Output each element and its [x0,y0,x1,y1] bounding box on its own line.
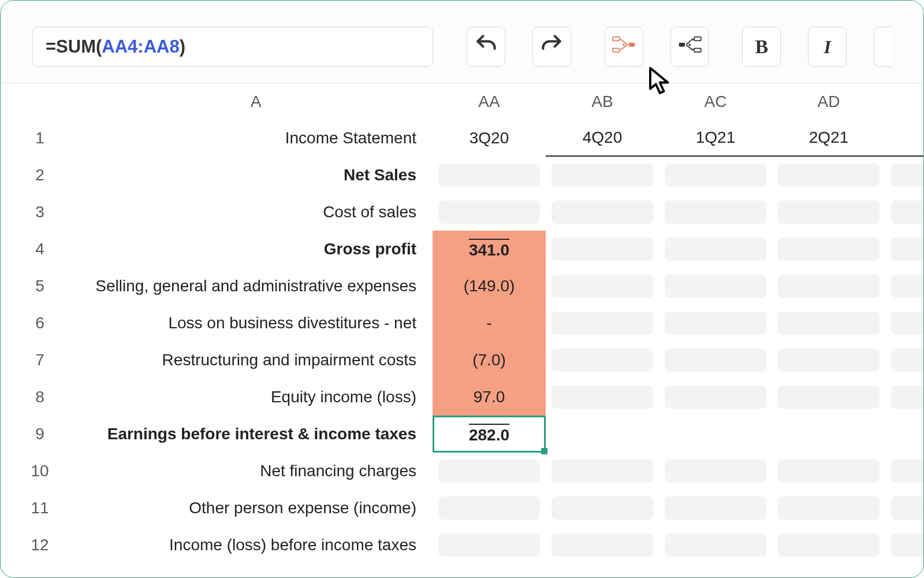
cell-ae7[interactable] [891,349,924,372]
grid-corner[interactable] [1,84,79,120]
row-header[interactable]: 2 [1,157,79,194]
italic-button[interactable]: I [808,27,847,67]
cell-a7[interactable]: Restructuring and impairment costs [79,342,433,379]
cell-ac7[interactable] [665,349,766,372]
cell-ad10[interactable] [778,460,880,483]
cell-a11[interactable]: Other person expense (income) [79,490,433,527]
cell-ae8[interactable] [891,386,924,409]
cell-ac5[interactable] [665,275,766,298]
cell-ae3[interactable] [891,201,924,224]
cell-a12[interactable]: Income (loss) before income taxes [79,527,433,564]
cell-aa7[interactable]: (7.0) [433,342,546,379]
row-header[interactable]: 9 [1,416,79,453]
bold-button[interactable]: B [742,27,781,67]
row-header[interactable]: 6 [1,305,79,342]
cell-ad12[interactable] [778,533,880,557]
formula-bar[interactable]: = SUM ( AA4:AA8 ) [32,27,433,67]
cell-a8[interactable]: Equity income (loss) [79,379,433,416]
cell-ad6[interactable] [778,312,880,335]
col-header-ab[interactable]: AB [546,84,659,120]
col-header-ad[interactable]: AD [772,84,885,120]
cell-a6[interactable]: Loss on business divestitures - net [79,305,433,342]
cell-a3[interactable]: Cost of sales [79,194,433,231]
cell-aa11[interactable] [438,497,540,520]
cell-ac2[interactable] [665,164,766,187]
cell-ac11[interactable] [665,497,766,520]
cell-a5[interactable]: Selling, general and administrative expe… [79,268,433,305]
cell-ae2[interactable] [891,164,924,187]
row-header[interactable]: 7 [1,342,79,379]
col-header-ae[interactable] [885,84,924,120]
cell-ac12[interactable] [665,533,766,557]
spreadsheet-grid[interactable]: A AA AB AC AD 1 Income Statement 3Q20 4Q… [1,84,923,564]
cell-ad7[interactable] [778,349,880,372]
cell-ae10[interactable] [891,460,924,483]
row-header[interactable]: 1 [1,120,79,157]
cell-ab2[interactable] [552,164,653,187]
cell-ae1[interactable] [885,120,924,157]
row-header[interactable]: 12 [1,527,79,564]
cell-aa9-selected[interactable]: 282.0 [433,416,546,453]
cell-ad4[interactable] [778,238,880,261]
cell-ab10[interactable] [552,460,653,483]
cell-a2[interactable]: Net Sales [79,157,433,194]
cell-ab9[interactable] [546,416,659,453]
cell-aa1[interactable]: 3Q20 [433,120,546,157]
cell-ab6[interactable] [552,312,653,335]
cell-aa12[interactable] [438,533,540,557]
cell-a1[interactable]: Income Statement [79,120,433,157]
cell-aa4[interactable]: 341.0 [433,231,546,268]
cell-ac9[interactable] [659,416,772,453]
undo-button[interactable] [467,27,505,67]
cell-a10[interactable]: Net financing charges [79,453,433,490]
cell-a9[interactable]: Earnings before interest & income taxes [79,416,433,453]
cell-ad9[interactable] [772,416,885,453]
row-header[interactable]: 3 [1,194,79,231]
cell-a4[interactable]: Gross profit [79,231,433,268]
cell-ab3[interactable] [552,201,653,224]
cell-ae4[interactable] [891,238,924,261]
cell-ae9[interactable] [885,416,924,453]
cell-aa10[interactable] [438,460,540,483]
row-header[interactable]: 10 [1,453,79,490]
cell-ab1[interactable]: 4Q20 [546,120,659,157]
cell-ac10[interactable] [665,460,766,483]
row-header[interactable]: 4 [1,231,79,268]
cell-ab5[interactable] [552,275,653,298]
cell-aa5[interactable]: (149.0) [433,268,546,305]
cell-ab8[interactable] [552,386,653,409]
cell-ae6[interactable] [891,312,924,335]
cell-ad2[interactable] [778,164,880,187]
cell-aa3[interactable] [438,201,540,224]
cell-ac6[interactable] [665,312,766,335]
trace-precedents-button[interactable]: + [605,27,643,67]
cell-ad1[interactable]: 2Q21 [772,120,885,157]
cell-ae5[interactable] [891,275,924,298]
cell-ad8[interactable] [778,386,880,409]
cell-ad5[interactable] [778,275,880,298]
cell-ab11[interactable] [552,497,653,520]
cell-aa8[interactable]: 97.0 [433,379,546,416]
cell-ad3[interactable] [778,201,880,224]
row-header[interactable]: 5 [1,268,79,305]
cell-ab12[interactable] [552,533,653,557]
cell-ac4[interactable] [665,238,766,261]
cell-ac8[interactable] [665,386,766,409]
row-header[interactable]: 8 [1,379,79,416]
col-header-a[interactable]: A [79,84,433,120]
cell-ac1[interactable]: 1Q21 [659,120,772,157]
cell-aa6[interactable]: - [433,305,546,342]
more-format-button[interactable] [874,27,892,67]
cell-ab7[interactable] [552,349,653,372]
cell-aa2[interactable] [438,164,540,187]
trace-dependents-button[interactable]: + [670,27,709,67]
cell-ad11[interactable] [778,497,880,520]
cell-ae12[interactable] [891,533,924,557]
redo-button[interactable] [532,27,571,67]
col-header-aa[interactable]: AA [433,84,546,120]
col-header-ac[interactable]: AC [659,84,772,120]
cell-ab4[interactable] [552,238,653,261]
cell-ac3[interactable] [665,201,766,224]
row-header[interactable]: 11 [1,490,79,527]
cell-ae11[interactable] [891,497,924,520]
